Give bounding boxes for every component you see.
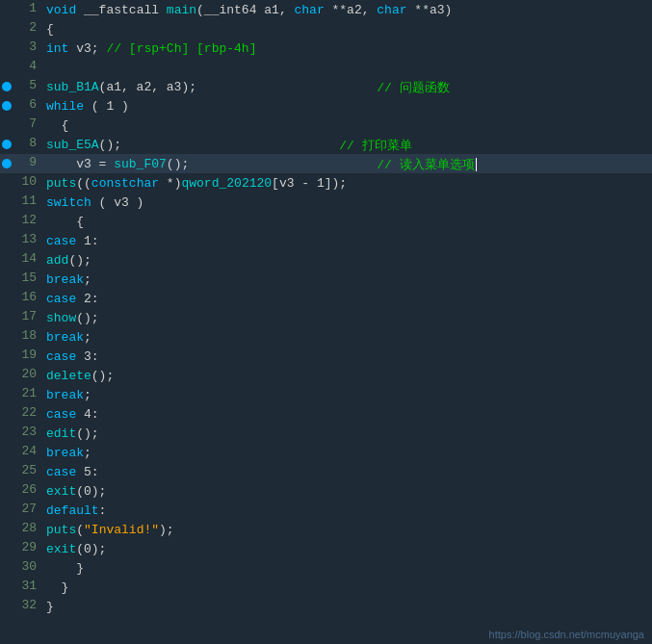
code-content: case 4: [42, 404, 652, 424]
code-line: 19 case 3: [0, 347, 652, 366]
code-line: 15 break; [0, 270, 652, 289]
breakpoint-col [0, 173, 13, 193]
breakpoint-col [0, 327, 13, 347]
line-number: 8 [13, 135, 42, 154]
breakpoint-col [0, 193, 13, 212]
breakpoint-col [0, 424, 13, 443]
line-number: 2 [13, 19, 42, 39]
code-content: case 1: [42, 231, 652, 250]
code-line: 5 sub_B1A(a1, a2, a3); // 问题函数 [0, 77, 652, 96]
line-number: 22 [13, 404, 42, 424]
code-line: 18 break; [0, 327, 652, 347]
code-content: add(); [42, 250, 652, 270]
code-line: 27 default: [0, 501, 652, 520]
code-line: 13 case 1: [0, 231, 652, 250]
breakpoint-col [0, 231, 13, 250]
code-content: } [42, 578, 652, 597]
breakpoint-dot [2, 140, 12, 149]
code-content: { [42, 116, 652, 135]
code-line: 30 } [0, 558, 652, 578]
breakpoint-col [0, 539, 13, 558]
code-line: 14 add(); [0, 250, 652, 270]
code-line: 7 { [0, 116, 652, 135]
line-number: 23 [13, 424, 42, 443]
code-line: 23 edit(); [0, 424, 652, 443]
breakpoint-col [0, 597, 13, 616]
breakpoint-col [0, 96, 13, 116]
line-number: 16 [13, 289, 42, 308]
code-line: 10 puts((const char *)qword_202120[v3 - … [0, 173, 652, 193]
code-content: break; [42, 385, 652, 404]
code-line: 8 sub_E5A(); // 打印菜单 [0, 135, 652, 154]
watermark: https://blog.csdn.net/mcmuyanga [489, 629, 644, 640]
code-content: case 5: [42, 462, 652, 481]
line-number: 30 [13, 558, 42, 578]
breakpoint-col [0, 58, 13, 77]
breakpoint-col [0, 443, 13, 462]
code-line: 16 case 2: [0, 289, 652, 308]
code-area[interactable]: 1void __fastcall main(__int64 a1, char *… [0, 0, 652, 644]
breakpoint-col [0, 366, 13, 385]
code-content: break; [42, 443, 652, 462]
code-content: delete(); [42, 366, 652, 385]
code-content: void __fastcall main(__int64 a1, char **… [42, 0, 652, 19]
line-number: 27 [13, 501, 42, 520]
breakpoint-col [0, 77, 13, 96]
breakpoint-col [0, 154, 13, 173]
code-line: 29 exit(0); [0, 539, 652, 558]
code-content: show(); [42, 308, 652, 327]
code-content: puts((const char *)qword_202120[v3 - 1])… [42, 173, 652, 193]
code-line: 22 case 4: [0, 404, 652, 424]
code-content: case 3: [42, 347, 652, 366]
code-content: case 2: [42, 289, 652, 308]
line-number: 5 [13, 77, 42, 96]
breakpoint-col [0, 116, 13, 135]
breakpoint-col [0, 404, 13, 424]
breakpoint-col [0, 462, 13, 481]
line-number: 6 [13, 96, 42, 116]
code-content: sub_E5A(); // 打印菜单 [42, 135, 652, 154]
code-content: exit(0); [42, 539, 652, 558]
code-line: 3 int v3; // [rsp+Ch] [rbp-4h] [0, 39, 652, 58]
breakpoint-dot [2, 101, 12, 111]
breakpoint-col [0, 520, 13, 539]
line-number: 29 [13, 539, 42, 558]
breakpoint-col [0, 558, 13, 578]
line-number: 12 [13, 212, 42, 231]
line-number: 14 [13, 250, 42, 270]
code-content: switch ( v3 ) [42, 193, 652, 212]
line-number: 11 [13, 193, 42, 212]
code-line: 2{ [0, 19, 652, 39]
line-number: 26 [13, 481, 42, 501]
code-content: break; [42, 327, 652, 347]
line-number: 18 [13, 327, 42, 347]
code-line: 26 exit(0); [0, 481, 652, 501]
line-number: 21 [13, 385, 42, 404]
code-line: 4 [0, 58, 652, 77]
breakpoint-col [0, 212, 13, 231]
code-line: 17 show(); [0, 308, 652, 327]
line-number: 1 [13, 0, 42, 19]
code-content: default: [42, 501, 652, 520]
breakpoint-col [0, 347, 13, 366]
code-line: 32} [0, 597, 652, 616]
line-number: 32 [13, 597, 42, 616]
code-line: 28 puts("Invalid!"); [0, 520, 652, 539]
code-line: 25 case 5: [0, 462, 652, 481]
breakpoint-col [0, 135, 13, 154]
line-number: 9 [13, 154, 42, 173]
breakpoint-col [0, 0, 13, 19]
code-content: int v3; // [rsp+Ch] [rbp-4h] [42, 39, 652, 58]
breakpoint-col [0, 385, 13, 404]
code-content: v3 = sub_F07(); // 读入菜单选项 [42, 154, 652, 173]
line-number: 17 [13, 308, 42, 327]
breakpoint-col [0, 270, 13, 289]
editor-container: 1void __fastcall main(__int64 a1, char *… [0, 0, 652, 644]
breakpoint-dot [2, 159, 12, 168]
code-content: exit(0); [42, 481, 652, 501]
breakpoint-col [0, 39, 13, 58]
code-line: 24 break; [0, 443, 652, 462]
line-number: 7 [13, 116, 42, 135]
code-content: { [42, 19, 652, 39]
code-content: sub_B1A(a1, a2, a3); // 问题函数 [42, 77, 652, 96]
